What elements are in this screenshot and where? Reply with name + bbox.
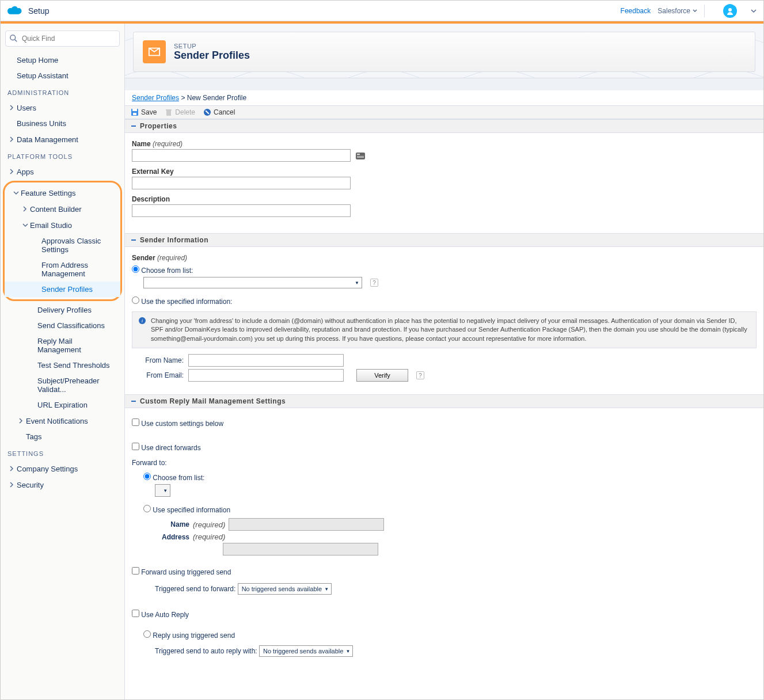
fwd-choose-list-radio[interactable] xyxy=(143,473,151,480)
triggered-fwd-select[interactable]: No triggered sends available xyxy=(238,583,332,595)
svg-point-0 xyxy=(728,8,732,12)
svg-rect-4 xyxy=(132,109,137,111)
svg-rect-13 xyxy=(357,156,364,157)
quick-find-input[interactable] xyxy=(5,31,120,47)
nav-url-expiration[interactable]: URL Expiration xyxy=(1,397,124,413)
use-direct-checkbox[interactable] xyxy=(132,443,139,450)
breadcrumb-current: New Sender Profile xyxy=(187,94,246,102)
cancel-icon xyxy=(203,108,211,116)
breadcrumb: Sender Profiles > New Sender Profile xyxy=(125,90,763,106)
sender-choose-list-radio[interactable] xyxy=(132,265,139,273)
breadcrumb-parent[interactable]: Sender Profiles xyxy=(132,94,179,102)
nav-send-classifications[interactable]: Send Classifications xyxy=(1,318,124,333)
svg-line-2 xyxy=(15,40,17,42)
from-email-input[interactable] xyxy=(188,369,344,382)
svg-rect-12 xyxy=(357,154,360,155)
svg-rect-18 xyxy=(131,401,136,402)
nav-setup-home[interactable]: Setup Home xyxy=(1,52,124,68)
nav-content-builder[interactable]: Content Builder xyxy=(5,201,120,217)
page-title: Sender Profiles xyxy=(174,50,250,62)
section-sender-info[interactable]: Sender Information xyxy=(125,233,763,247)
collapse-icon xyxy=(131,398,136,404)
page-header: SETUP Sender Profiles xyxy=(125,24,763,78)
envelope-icon xyxy=(143,40,166,63)
delete-button: Delete xyxy=(165,108,195,116)
nav-section-admin: ADMINISTRATION xyxy=(1,83,124,100)
svg-rect-6 xyxy=(166,111,171,116)
chevron-down-icon xyxy=(12,188,21,197)
nav-users[interactable]: Users xyxy=(1,100,124,116)
nav-apps[interactable]: Apps xyxy=(1,163,124,180)
cancel-button[interactable]: Cancel xyxy=(203,108,235,116)
use-custom-checkbox[interactable] xyxy=(132,419,139,426)
info-callout: i Changing your 'from address' to includ… xyxy=(132,311,757,348)
nav-data-management[interactable]: Data Management xyxy=(1,131,124,147)
nav-approvals[interactable]: Approvals Classic Settings xyxy=(5,233,120,257)
section-reply-mail[interactable]: Custom Reply Mail Management Settings xyxy=(125,394,763,408)
from-name-input[interactable] xyxy=(188,354,344,367)
nav-highlight-box: Feature Settings Content Builder Email S… xyxy=(3,181,122,301)
chevron-right-icon xyxy=(7,480,17,489)
collapse-icon xyxy=(131,123,136,129)
nav-subject-preheader[interactable]: Subject/Preheader Validat... xyxy=(1,373,124,397)
nav-event-notifications[interactable]: Event Notifications xyxy=(1,413,124,429)
help-icon[interactable]: ? xyxy=(370,279,378,287)
collapse-icon xyxy=(131,237,136,243)
app-title: Setup xyxy=(28,6,621,16)
nav-sender-profiles[interactable]: Sender Profiles xyxy=(5,281,120,297)
quick-find-wrap xyxy=(5,31,120,47)
description-input[interactable] xyxy=(132,204,351,217)
reply-triggered-radio[interactable] xyxy=(143,630,151,638)
from-email-label: From Email: xyxy=(143,371,184,379)
global-header: Setup Feedback Salesforce xyxy=(1,1,763,21)
setup-sidebar: Setup Home Setup Assistant ADMINISTRATIO… xyxy=(1,24,125,699)
page-kicker: SETUP xyxy=(174,43,250,50)
cloud-logo-icon xyxy=(7,5,24,17)
nav-email-studio[interactable]: Email Studio xyxy=(5,217,120,233)
nav-business-units[interactable]: Business Units xyxy=(1,116,124,131)
save-icon xyxy=(131,108,139,116)
content-area: SETUP Sender Profiles Sender Profiles > … xyxy=(125,24,763,699)
nav-setup-assistant[interactable]: Setup Assistant xyxy=(1,68,124,83)
nav-security[interactable]: Security xyxy=(1,477,124,493)
nav-feature-settings[interactable]: Feature Settings xyxy=(5,185,120,201)
svg-rect-7 xyxy=(166,109,172,111)
org-dropdown[interactable]: Salesforce xyxy=(657,7,697,15)
sender-specified-radio[interactable] xyxy=(132,296,139,304)
chevron-right-icon xyxy=(7,464,17,473)
help-icon[interactable]: ? xyxy=(416,371,424,379)
name-input[interactable] xyxy=(132,149,351,162)
nav-tags[interactable]: Tags xyxy=(1,429,124,444)
feedback-link[interactable]: Feedback xyxy=(621,7,651,15)
sender-list-select[interactable] xyxy=(143,277,362,288)
fwd-triggered-checkbox[interactable] xyxy=(132,567,139,575)
chevron-down-icon[interactable] xyxy=(751,8,757,14)
nav-reply-mail[interactable]: Reply Mail Management xyxy=(1,333,124,357)
fwd-list-select[interactable] xyxy=(155,484,170,497)
user-avatar[interactable] xyxy=(723,4,737,18)
search-icon xyxy=(10,35,18,43)
svg-rect-14 xyxy=(357,157,364,158)
chevron-right-icon xyxy=(7,103,17,112)
chevron-right-icon xyxy=(17,416,26,425)
nav-test-send[interactable]: Test Send Thresholds xyxy=(1,357,124,373)
person-icon xyxy=(726,7,734,15)
auto-reply-checkbox[interactable] xyxy=(132,610,139,617)
nav-delivery-profiles[interactable]: Delivery Profiles xyxy=(1,302,124,318)
triggered-reply-select[interactable]: No triggered sends available xyxy=(259,645,353,657)
personalization-icon[interactable] xyxy=(355,151,366,161)
chevron-right-icon xyxy=(7,167,17,176)
verify-button[interactable]: Verify xyxy=(356,369,408,382)
from-name-label: From Name: xyxy=(143,356,184,364)
svg-point-1 xyxy=(10,35,16,40)
nav-company-settings[interactable]: Company Settings xyxy=(1,461,124,477)
nav-from-address[interactable]: From Address Management xyxy=(5,257,120,281)
svg-rect-5 xyxy=(133,113,136,115)
save-button[interactable]: Save xyxy=(131,108,157,116)
form-scroll[interactable]: Properties Name (required) External Key … xyxy=(125,119,763,699)
external-key-input[interactable] xyxy=(132,177,351,189)
fwd-specified-radio[interactable] xyxy=(143,505,151,512)
org-name-label: Salesforce xyxy=(657,7,690,15)
chevron-right-icon xyxy=(7,135,17,144)
section-properties[interactable]: Properties xyxy=(125,119,763,133)
